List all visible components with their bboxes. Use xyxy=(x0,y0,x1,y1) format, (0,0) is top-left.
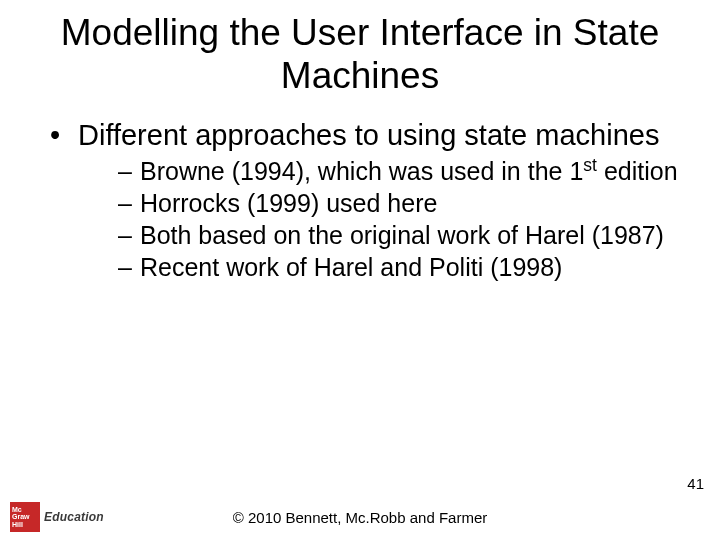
bullet-list-level1: Different approaches to using state mach… xyxy=(50,119,700,282)
slide: Modelling the User Interface in State Ma… xyxy=(0,0,720,540)
bullet-list-level2: Browne (1994), which was used in the 1st… xyxy=(118,156,700,282)
bullet-sub-1a: Browne (1994), which was used in the 1 xyxy=(140,157,583,185)
logo-line1: Mc xyxy=(12,506,22,513)
logo-line3: Hill xyxy=(12,521,23,528)
bullet-sub-4: Recent work of Harel and Politi (1998) xyxy=(118,252,700,282)
mcgraw-hill-icon: Mc Graw Hill xyxy=(10,502,40,532)
bullet-sub-2: Horrocks (1999) used here xyxy=(118,188,700,218)
publisher-logo: Mc Graw Hill Education xyxy=(10,502,104,532)
copyright: © 2010 Bennett, Mc.Robb and Farmer xyxy=(0,509,720,526)
bullet-main: Different approaches to using state mach… xyxy=(50,119,700,282)
bullet-sub-1-sup: st xyxy=(583,155,597,175)
bullet-sub-1: Browne (1994), which was used in the 1st… xyxy=(118,156,700,186)
bullet-sub-3: Both based on the original work of Harel… xyxy=(118,220,700,250)
logo-brand-text: Education xyxy=(44,510,104,524)
bullet-main-text: Different approaches to using state mach… xyxy=(78,119,659,151)
bullet-sub-1b: edition xyxy=(597,157,678,185)
slide-title: Modelling the User Interface in State Ma… xyxy=(60,12,660,97)
logo-line2: Graw xyxy=(12,513,30,520)
page-number: 41 xyxy=(687,475,704,492)
